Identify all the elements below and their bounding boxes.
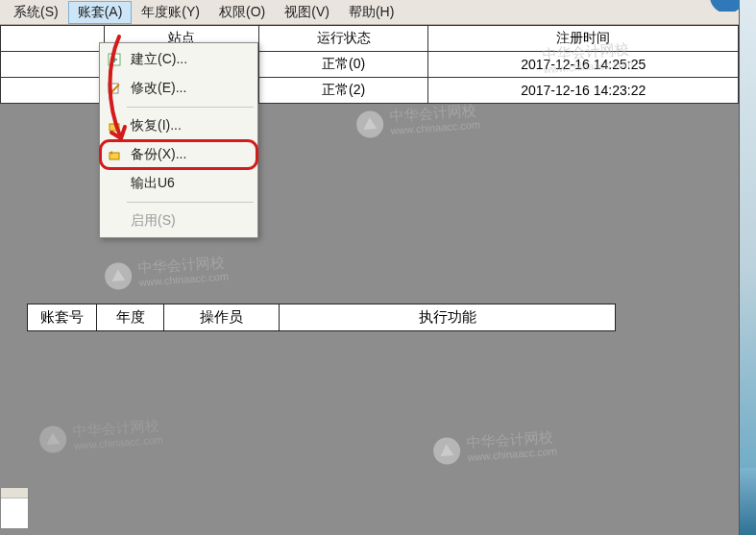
svg-rect-3 [110,124,119,131]
watermark-text: 中华会计网校 [466,428,553,450]
svg-point-7 [38,425,67,453]
dd-label: 备份(X)... [131,146,186,161]
watermark-logo-icon [103,260,134,291]
watermark: 中华会计网校 www.chinaacc.com [354,102,480,140]
cell-status: 正常(2) [258,78,428,104]
svg-point-8 [432,436,461,465]
new-icon [108,53,121,66]
menu-permission[interactable]: 权限(O) [209,1,275,24]
svg-point-0 [710,0,743,12]
watermark: 中华会计网校 www.chinaacc.com [431,428,557,467]
dd-export-u6[interactable]: 输出U6 [100,169,257,198]
app-window: 系统(S) 账套(A) 年度账(Y) 权限(O) 视图(V) 帮助(H) 站点 … [0,0,740,535]
dd-label: 输出U6 [131,175,175,190]
svg-point-6 [104,261,133,290]
watermark-logo-icon [37,424,68,454]
col-header-blank [1,26,105,52]
dd-label: 修改(E)... [131,80,186,95]
menu-year[interactable]: 年度账(Y) [132,1,209,24]
watermark-text: 中华会计网校 [389,102,476,124]
col-header-function: 执行功能 [280,304,616,331]
dd-label: 恢复(I)... [131,117,182,133]
col-header-operator: 操作员 [164,304,280,331]
watermark-url: www.chinaacc.com [138,270,229,289]
svg-point-5 [355,109,384,138]
watermark-logo-icon [354,109,385,139]
cell-blank [1,52,105,78]
dd-modify[interactable]: 修改(E)... [100,74,257,103]
table-header-row: 账套号 年度 操作员 执行功能 [28,304,616,331]
watermark-logo-icon [431,435,462,466]
dd-separator [127,202,254,203]
menubar: 系统(S) 账套(A) 年度账(Y) 权限(O) 视图(V) 帮助(H) [0,0,739,25]
background-sliver [740,0,756,535]
dd-separator [127,107,254,108]
dd-label: 建立(C)... [131,51,187,66]
col-header-regtime: 注册时间 [428,26,739,52]
cell-regtime: 2017-12-16 14:23:22 [428,78,739,104]
dd-backup[interactable]: 备份(X)... [100,140,257,169]
background-mini-window [0,487,29,529]
svg-rect-2 [109,84,118,93]
dd-create[interactable]: 建立(C)... [100,45,257,74]
account-set-dropdown: 建立(C)... 修改(E)... 恢复(I)... 备份(X)... 输出U6 [99,42,258,238]
cell-regtime: 2017-12-16 14:25:25 [428,52,739,78]
watermark: 中华会计网校 www.chinaacc.com [37,417,163,455]
menu-help[interactable]: 帮助(H) [339,1,403,24]
watermark-text: 中华会计网校 [137,254,225,276]
dd-label: 启用(S) [131,212,176,228]
col-header-account-no: 账套号 [28,304,97,331]
menu-system[interactable]: 系统(S) [4,1,68,24]
cell-status: 正常(0) [258,52,428,78]
watermark-url: www.chinaacc.com [73,433,163,452]
watermark-text: 中华会计网校 [72,417,159,439]
col-header-year: 年度 [97,304,164,331]
watermark: 中华会计网校 www.chinaacc.com [103,254,229,292]
task-table-wrap: 账套号 年度 操作员 执行功能 [0,304,739,331]
watermark-url: www.chinaacc.com [390,118,480,137]
brand-corner-icon [704,0,743,12]
menu-view[interactable]: 视图(V) [275,1,339,24]
task-table: 账套号 年度 操作员 执行功能 [27,304,616,331]
dd-enable: 启用(S) [100,207,257,235]
col-header-status: 运行状态 [258,26,428,52]
restore-icon [108,119,121,133]
menu-account-set[interactable]: 账套(A) [68,1,133,24]
backup-icon [108,148,121,161]
watermark-url: www.chinaacc.com [467,445,557,464]
svg-rect-4 [110,153,119,159]
dd-restore[interactable]: 恢复(I)... [100,111,257,140]
edit-icon [108,82,121,95]
cell-blank [1,78,105,104]
